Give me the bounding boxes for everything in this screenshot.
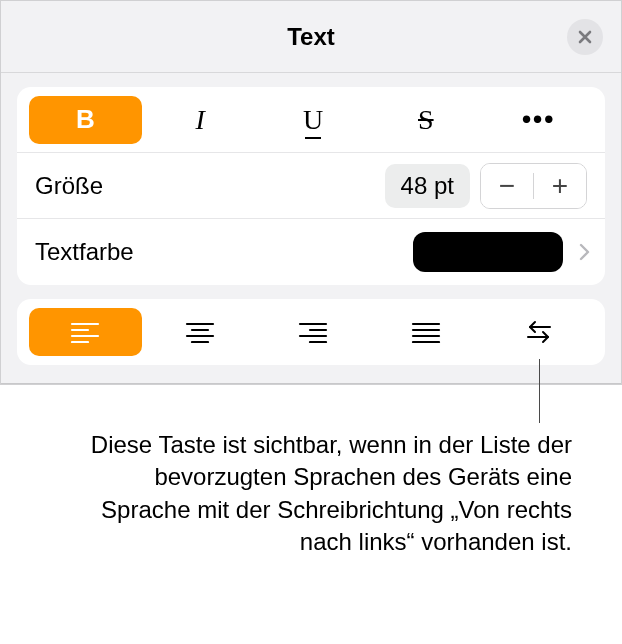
callout: Diese Taste ist sichtbar, wenn in der Li… — [0, 389, 622, 559]
strikethrough-button[interactable]: S — [369, 96, 482, 144]
size-label: Größe — [35, 172, 385, 200]
text-direction-icon — [524, 320, 554, 344]
alignment-section — [17, 299, 605, 365]
underline-icon: U — [303, 104, 323, 136]
italic-button[interactable]: I — [144, 96, 257, 144]
size-stepper: − + — [480, 163, 587, 209]
font-style-row: B I U S ••• — [17, 87, 605, 153]
align-center-button[interactable] — [144, 308, 257, 356]
close-button[interactable] — [567, 19, 603, 55]
more-styles-button[interactable]: ••• — [482, 96, 595, 144]
align-left-icon — [70, 321, 100, 343]
bold-button[interactable]: B — [29, 96, 142, 144]
text-direction-button[interactable] — [482, 308, 595, 356]
align-justify-icon — [411, 321, 441, 343]
text-color-row[interactable]: Textfarbe — [17, 219, 605, 285]
italic-icon: I — [196, 104, 205, 136]
align-center-icon — [185, 321, 215, 343]
text-style-section: B I U S ••• Größe 48 pt − + — [17, 87, 605, 285]
panel-title: Text — [287, 23, 335, 51]
align-left-button[interactable] — [29, 308, 142, 356]
more-icon: ••• — [522, 104, 555, 135]
size-decrease-button[interactable]: − — [481, 164, 533, 208]
callout-text: Diese Taste ist sichtbar, wenn in der Li… — [0, 389, 622, 559]
chevron-right-icon — [569, 243, 599, 261]
callout-leader-line — [539, 359, 540, 423]
panel-header: Text — [1, 1, 621, 73]
color-swatch — [413, 232, 563, 272]
bold-icon: B — [76, 104, 95, 135]
size-increase-button[interactable]: + — [534, 164, 586, 208]
color-label: Textfarbe — [35, 238, 413, 266]
size-value[interactable]: 48 pt — [385, 164, 470, 208]
underline-button[interactable]: U — [257, 96, 370, 144]
text-format-panel: Text B I U S ••• Größe — [0, 0, 622, 385]
font-size-row: Größe 48 pt − + — [17, 153, 605, 219]
strikethrough-icon: S — [418, 104, 434, 136]
close-icon — [577, 29, 593, 45]
align-right-button[interactable] — [257, 308, 370, 356]
panel-divider — [1, 383, 621, 384]
align-justify-button[interactable] — [369, 308, 482, 356]
align-right-icon — [298, 321, 328, 343]
